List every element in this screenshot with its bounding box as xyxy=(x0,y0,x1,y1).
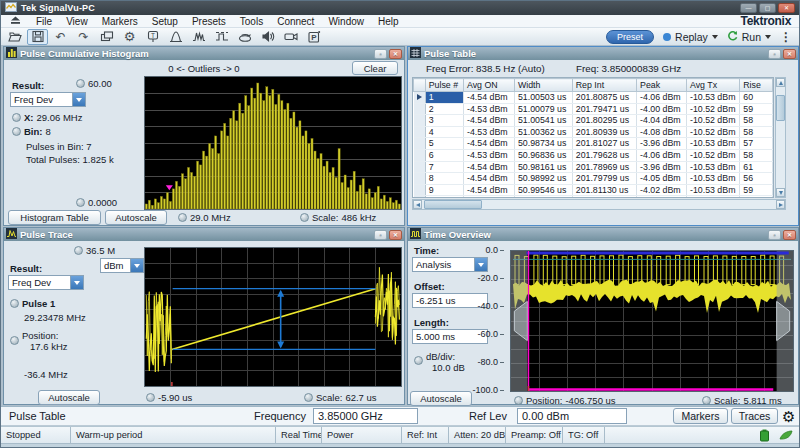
adjust-knob-icon[interactable] xyxy=(76,198,85,207)
table-cell[interactable]: -10.53 dBm xyxy=(686,184,739,196)
adjust-knob-icon[interactable] xyxy=(10,336,19,345)
adjust-knob-icon[interactable] xyxy=(12,113,21,122)
table-row[interactable]: 9-4.54 dBm50.99546 us201.81130 us-4.02 d… xyxy=(414,184,773,196)
scroll-down-button[interactable] xyxy=(776,188,785,197)
audio-icon[interactable] xyxy=(257,29,278,45)
traces-button[interactable]: Traces xyxy=(731,408,778,424)
row-selector-cell[interactable] xyxy=(414,115,426,127)
menu-setup[interactable]: Setup xyxy=(152,16,178,27)
table-cell[interactable]: 50.98161 us xyxy=(514,161,572,173)
scrollbar-thumb[interactable] xyxy=(424,200,482,209)
x-value[interactable]: 29.06 MHz xyxy=(37,112,83,123)
table-cell[interactable]: 201.80295 us xyxy=(572,115,636,127)
table-cell[interactable]: 201.79628 us xyxy=(572,149,636,161)
scroll-up-button[interactable] xyxy=(776,78,785,87)
pulse-trace-chart[interactable] xyxy=(144,247,402,387)
panel-restore-button[interactable]: ▫ xyxy=(768,230,781,240)
table-cell[interactable]: 59 xyxy=(740,103,773,115)
table-cell[interactable]: -4.54 dBm xyxy=(464,196,515,198)
panel-close-button[interactable]: ✕ xyxy=(389,49,402,59)
table-cell[interactable]: 9 xyxy=(425,184,463,196)
window-maximize-button[interactable]: ▢ xyxy=(759,3,776,13)
table-cell[interactable]: 5 xyxy=(425,138,463,150)
table-cell[interactable]: -10.53 dBm xyxy=(686,161,739,173)
table-cell[interactable]: 1 xyxy=(425,92,463,104)
replay-button[interactable]: Replay xyxy=(663,31,718,43)
pulse-wave-icon[interactable] xyxy=(188,29,209,45)
result-select[interactable]: Freq Dev xyxy=(8,275,84,290)
pulse-number[interactable]: Pulse 1 xyxy=(22,298,55,309)
table-cell[interactable]: -10.52 dBm xyxy=(686,149,739,161)
autoscale-button[interactable]: Autoscale xyxy=(410,391,472,406)
position-value[interactable]: -406.750 us xyxy=(565,395,615,406)
table-cell[interactable]: -4.54 dBm xyxy=(464,138,515,150)
preset-p-icon[interactable]: P xyxy=(303,29,324,45)
run-button[interactable]: Run xyxy=(727,30,771,43)
table-cell[interactable]: -3.96 dBm xyxy=(637,138,687,150)
table-cell[interactable]: 60 xyxy=(740,92,773,104)
table-cell[interactable]: -10.53 dBm xyxy=(686,138,739,150)
table-cell[interactable]: -10.53 dBm xyxy=(686,173,739,185)
menu-file[interactable]: File xyxy=(36,16,52,27)
menu-connect[interactable]: Connect xyxy=(277,16,314,27)
adjust-knob-icon[interactable] xyxy=(414,356,423,365)
table-cell[interactable]: 51.00079 us xyxy=(514,103,572,115)
window-minimize-button[interactable]: — xyxy=(740,3,757,13)
table-cell[interactable]: 201.81027 us xyxy=(572,138,636,150)
adjust-knob-icon[interactable] xyxy=(74,246,83,255)
time-select[interactable]: Analysis xyxy=(412,257,488,272)
column-header[interactable]: Pulse # xyxy=(425,79,463,92)
table-cell[interactable]: -4.54 dBm xyxy=(464,161,515,173)
time-overview-chart[interactable] xyxy=(510,250,794,392)
adjust-knob-icon[interactable] xyxy=(514,396,523,405)
table-cell[interactable]: 58 xyxy=(740,196,773,198)
table-cell[interactable]: 50.98381 us xyxy=(514,196,572,198)
table-cell[interactable]: -4.53 dBm xyxy=(464,149,515,161)
table-cell[interactable]: -10.52 dBm xyxy=(686,103,739,115)
table-row[interactable]: 10-4.54 dBm50.98381 us201.77585 us-4.04 … xyxy=(414,196,773,198)
menu-view[interactable]: View xyxy=(66,16,88,27)
table-row[interactable]: 5-4.54 dBm50.98734 us201.81027 us-3.96 d… xyxy=(414,138,773,150)
table-cell[interactable]: -10.52 dBm xyxy=(686,115,739,127)
table-row[interactable]: 6-4.53 dBm50.96836 us201.79628 us-4.06 d… xyxy=(414,149,773,161)
table-cell[interactable]: 201.80939 us xyxy=(572,126,636,138)
position-value[interactable]: 17.6 kHz xyxy=(30,341,68,352)
displays-icon[interactable] xyxy=(96,29,117,45)
unit-select[interactable]: dBm xyxy=(100,258,144,273)
table-row[interactable]: 2-4.53 dBm51.00079 us201.79471 us-4.00 d… xyxy=(414,103,773,115)
table-cell[interactable]: 201.79799 us xyxy=(572,173,636,185)
undo-icon[interactable]: ↶ xyxy=(50,29,71,45)
row-selector-cell[interactable] xyxy=(414,103,426,115)
table-cell[interactable]: 50.96836 us xyxy=(514,149,572,161)
x-center-value[interactable]: 29.0 MHz xyxy=(190,212,231,223)
adjust-knob-icon[interactable] xyxy=(10,299,19,308)
table-cell[interactable]: 201.78969 us xyxy=(572,161,636,173)
table-cell[interactable]: 58 xyxy=(740,149,773,161)
markers-button[interactable]: Markers xyxy=(673,408,728,424)
row-selector-cell[interactable] xyxy=(414,173,426,185)
table-cell[interactable]: -4.05 dBm xyxy=(637,173,687,185)
adjust-knob-icon[interactable] xyxy=(146,393,155,402)
table-cell[interactable]: -4.02 dBm xyxy=(637,184,687,196)
table-cell[interactable]: 50.98992 us xyxy=(514,173,572,185)
table-cell[interactable]: 51.00541 us xyxy=(514,115,572,127)
table-cell[interactable]: -4.04 dBm xyxy=(637,115,687,127)
row-selector-cell[interactable] xyxy=(414,161,426,173)
scale-value[interactable]: 5.811 ms xyxy=(743,395,781,406)
adjust-knob-icon[interactable] xyxy=(304,393,313,402)
table-cell[interactable]: -4.53 dBm xyxy=(464,103,515,115)
y-max-value[interactable]: 36.5 M xyxy=(86,245,115,256)
table-cell[interactable]: 50.98734 us xyxy=(514,138,572,150)
table-cell[interactable]: 51.00503 us xyxy=(514,92,572,104)
y-max-value[interactable]: 60.00 xyxy=(88,78,112,89)
table-cell[interactable]: -4.04 dBm xyxy=(637,196,687,198)
table-cell[interactable]: -4.54 dBm xyxy=(464,173,515,185)
preset-button[interactable]: Preset xyxy=(606,30,654,44)
menu-help[interactable]: Help xyxy=(378,16,399,27)
scrollbar-thumb[interactable] xyxy=(776,95,785,121)
menu-markers[interactable]: Markers xyxy=(102,16,138,27)
histogram-table-button[interactable]: Histogram Table xyxy=(8,210,101,225)
menu-window[interactable]: Window xyxy=(328,16,364,27)
table-cell[interactable]: 8 xyxy=(425,173,463,185)
row-selector-cell[interactable] xyxy=(414,92,426,104)
